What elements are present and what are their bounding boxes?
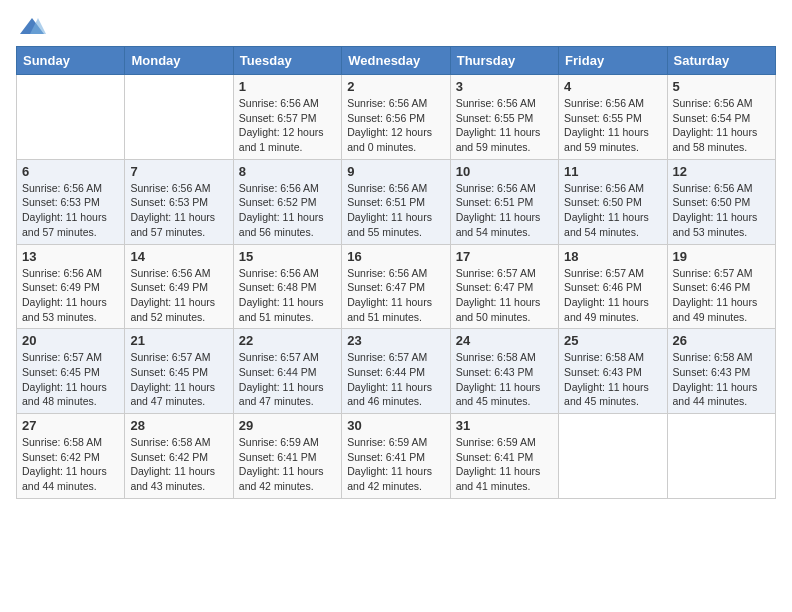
day-info: Sunrise: 6:56 AM Sunset: 6:55 PM Dayligh…: [456, 96, 553, 155]
calendar-cell: 13Sunrise: 6:56 AM Sunset: 6:49 PM Dayli…: [17, 244, 125, 329]
weekday-header-friday: Friday: [559, 47, 667, 75]
day-number: 9: [347, 164, 444, 179]
day-number: 2: [347, 79, 444, 94]
calendar-cell: 14Sunrise: 6:56 AM Sunset: 6:49 PM Dayli…: [125, 244, 233, 329]
day-number: 22: [239, 333, 336, 348]
day-info: Sunrise: 6:56 AM Sunset: 6:50 PM Dayligh…: [673, 181, 770, 240]
calendar-cell: 21Sunrise: 6:57 AM Sunset: 6:45 PM Dayli…: [125, 329, 233, 414]
day-info: Sunrise: 6:58 AM Sunset: 6:43 PM Dayligh…: [673, 350, 770, 409]
day-info: Sunrise: 6:57 AM Sunset: 6:47 PM Dayligh…: [456, 266, 553, 325]
day-info: Sunrise: 6:57 AM Sunset: 6:45 PM Dayligh…: [22, 350, 119, 409]
day-info: Sunrise: 6:56 AM Sunset: 6:55 PM Dayligh…: [564, 96, 661, 155]
calendar-cell: 28Sunrise: 6:58 AM Sunset: 6:42 PM Dayli…: [125, 414, 233, 499]
day-info: Sunrise: 6:56 AM Sunset: 6:50 PM Dayligh…: [564, 181, 661, 240]
calendar-cell: [559, 414, 667, 499]
day-info: Sunrise: 6:57 AM Sunset: 6:45 PM Dayligh…: [130, 350, 227, 409]
day-number: 16: [347, 249, 444, 264]
day-number: 29: [239, 418, 336, 433]
day-info: Sunrise: 6:56 AM Sunset: 6:52 PM Dayligh…: [239, 181, 336, 240]
day-number: 28: [130, 418, 227, 433]
calendar-cell: 23Sunrise: 6:57 AM Sunset: 6:44 PM Dayli…: [342, 329, 450, 414]
weekday-header-monday: Monday: [125, 47, 233, 75]
day-number: 31: [456, 418, 553, 433]
calendar-cell: 30Sunrise: 6:59 AM Sunset: 6:41 PM Dayli…: [342, 414, 450, 499]
calendar-cell: 24Sunrise: 6:58 AM Sunset: 6:43 PM Dayli…: [450, 329, 558, 414]
day-number: 15: [239, 249, 336, 264]
calendar-cell: 26Sunrise: 6:58 AM Sunset: 6:43 PM Dayli…: [667, 329, 775, 414]
day-number: 5: [673, 79, 770, 94]
day-number: 19: [673, 249, 770, 264]
weekday-header-thursday: Thursday: [450, 47, 558, 75]
calendar-cell: 6Sunrise: 6:56 AM Sunset: 6:53 PM Daylig…: [17, 159, 125, 244]
day-info: Sunrise: 6:58 AM Sunset: 6:43 PM Dayligh…: [456, 350, 553, 409]
day-info: Sunrise: 6:56 AM Sunset: 6:54 PM Dayligh…: [673, 96, 770, 155]
day-number: 4: [564, 79, 661, 94]
calendar-cell: 5Sunrise: 6:56 AM Sunset: 6:54 PM Daylig…: [667, 75, 775, 160]
calendar-cell: 17Sunrise: 6:57 AM Sunset: 6:47 PM Dayli…: [450, 244, 558, 329]
day-info: Sunrise: 6:56 AM Sunset: 6:51 PM Dayligh…: [456, 181, 553, 240]
day-number: 14: [130, 249, 227, 264]
weekday-header-tuesday: Tuesday: [233, 47, 341, 75]
day-number: 7: [130, 164, 227, 179]
calendar-cell: 19Sunrise: 6:57 AM Sunset: 6:46 PM Dayli…: [667, 244, 775, 329]
calendar-cell: 11Sunrise: 6:56 AM Sunset: 6:50 PM Dayli…: [559, 159, 667, 244]
week-row-3: 13Sunrise: 6:56 AM Sunset: 6:49 PM Dayli…: [17, 244, 776, 329]
day-number: 6: [22, 164, 119, 179]
day-info: Sunrise: 6:56 AM Sunset: 6:49 PM Dayligh…: [22, 266, 119, 325]
day-info: Sunrise: 6:57 AM Sunset: 6:46 PM Dayligh…: [564, 266, 661, 325]
day-number: 26: [673, 333, 770, 348]
day-number: 20: [22, 333, 119, 348]
day-info: Sunrise: 6:58 AM Sunset: 6:42 PM Dayligh…: [22, 435, 119, 494]
calendar-cell: 31Sunrise: 6:59 AM Sunset: 6:41 PM Dayli…: [450, 414, 558, 499]
day-number: 3: [456, 79, 553, 94]
day-number: 18: [564, 249, 661, 264]
week-row-2: 6Sunrise: 6:56 AM Sunset: 6:53 PM Daylig…: [17, 159, 776, 244]
day-info: Sunrise: 6:56 AM Sunset: 6:53 PM Dayligh…: [22, 181, 119, 240]
day-number: 13: [22, 249, 119, 264]
calendar-cell: 4Sunrise: 6:56 AM Sunset: 6:55 PM Daylig…: [559, 75, 667, 160]
day-number: 25: [564, 333, 661, 348]
weekday-header-row: SundayMondayTuesdayWednesdayThursdayFrid…: [17, 47, 776, 75]
day-number: 23: [347, 333, 444, 348]
calendar-cell: 16Sunrise: 6:56 AM Sunset: 6:47 PM Dayli…: [342, 244, 450, 329]
day-number: 17: [456, 249, 553, 264]
day-info: Sunrise: 6:56 AM Sunset: 6:49 PM Dayligh…: [130, 266, 227, 325]
week-row-1: 1Sunrise: 6:56 AM Sunset: 6:57 PM Daylig…: [17, 75, 776, 160]
day-number: 11: [564, 164, 661, 179]
day-info: Sunrise: 6:56 AM Sunset: 6:57 PM Dayligh…: [239, 96, 336, 155]
logo: [16, 16, 46, 36]
day-info: Sunrise: 6:56 AM Sunset: 6:56 PM Dayligh…: [347, 96, 444, 155]
day-number: 12: [673, 164, 770, 179]
day-info: Sunrise: 6:56 AM Sunset: 6:48 PM Dayligh…: [239, 266, 336, 325]
week-row-4: 20Sunrise: 6:57 AM Sunset: 6:45 PM Dayli…: [17, 329, 776, 414]
day-info: Sunrise: 6:58 AM Sunset: 6:42 PM Dayligh…: [130, 435, 227, 494]
calendar-cell: 22Sunrise: 6:57 AM Sunset: 6:44 PM Dayli…: [233, 329, 341, 414]
calendar-cell: 2Sunrise: 6:56 AM Sunset: 6:56 PM Daylig…: [342, 75, 450, 160]
calendar-cell: 1Sunrise: 6:56 AM Sunset: 6:57 PM Daylig…: [233, 75, 341, 160]
calendar-cell: [17, 75, 125, 160]
calendar-cell: [667, 414, 775, 499]
calendar-cell: 29Sunrise: 6:59 AM Sunset: 6:41 PM Dayli…: [233, 414, 341, 499]
page-header: [16, 16, 776, 36]
calendar-cell: 27Sunrise: 6:58 AM Sunset: 6:42 PM Dayli…: [17, 414, 125, 499]
day-info: Sunrise: 6:56 AM Sunset: 6:51 PM Dayligh…: [347, 181, 444, 240]
day-number: 8: [239, 164, 336, 179]
day-number: 1: [239, 79, 336, 94]
day-info: Sunrise: 6:57 AM Sunset: 6:44 PM Dayligh…: [239, 350, 336, 409]
week-row-5: 27Sunrise: 6:58 AM Sunset: 6:42 PM Dayli…: [17, 414, 776, 499]
weekday-header-wednesday: Wednesday: [342, 47, 450, 75]
day-number: 30: [347, 418, 444, 433]
calendar-table: SundayMondayTuesdayWednesdayThursdayFrid…: [16, 46, 776, 499]
calendar-cell: 20Sunrise: 6:57 AM Sunset: 6:45 PM Dayli…: [17, 329, 125, 414]
day-info: Sunrise: 6:59 AM Sunset: 6:41 PM Dayligh…: [239, 435, 336, 494]
calendar-cell: 9Sunrise: 6:56 AM Sunset: 6:51 PM Daylig…: [342, 159, 450, 244]
calendar-cell: 12Sunrise: 6:56 AM Sunset: 6:50 PM Dayli…: [667, 159, 775, 244]
calendar-cell: 10Sunrise: 6:56 AM Sunset: 6:51 PM Dayli…: [450, 159, 558, 244]
day-info: Sunrise: 6:56 AM Sunset: 6:53 PM Dayligh…: [130, 181, 227, 240]
calendar-cell: 18Sunrise: 6:57 AM Sunset: 6:46 PM Dayli…: [559, 244, 667, 329]
day-info: Sunrise: 6:57 AM Sunset: 6:46 PM Dayligh…: [673, 266, 770, 325]
calendar-cell: 15Sunrise: 6:56 AM Sunset: 6:48 PM Dayli…: [233, 244, 341, 329]
day-number: 21: [130, 333, 227, 348]
weekday-header-sunday: Sunday: [17, 47, 125, 75]
day-info: Sunrise: 6:59 AM Sunset: 6:41 PM Dayligh…: [456, 435, 553, 494]
